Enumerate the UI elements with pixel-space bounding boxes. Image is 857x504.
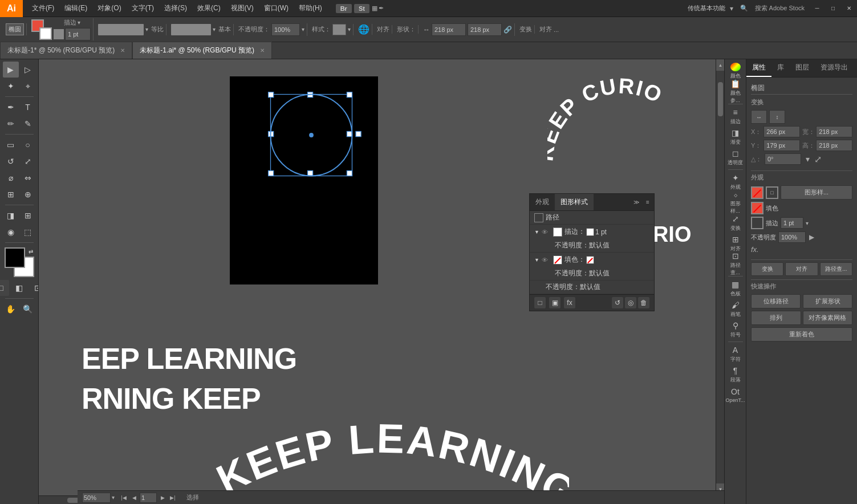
- color-panel-btn[interactable]: 颜色: [727, 63, 744, 80]
- appearance-tab-graphic-styles[interactable]: 图形样式: [555, 194, 594, 210]
- height-input[interactable]: [468, 23, 502, 36]
- arrange-btn[interactable]: 排列: [751, 311, 801, 325]
- graphic-style-btn[interactable]: 图形样...: [781, 185, 852, 200]
- props-tab-library[interactable]: 库: [771, 59, 790, 77]
- menu-file[interactable]: 文件(F): [27, 1, 59, 15]
- last-page-btn[interactable]: ▶|: [168, 493, 177, 502]
- fill-color-swatch[interactable]: [39, 27, 52, 40]
- offset-path-btn[interactable]: 位移路径: [751, 294, 801, 308]
- paragraph-btn[interactable]: ¶ 段落: [727, 366, 744, 383]
- flip-h-btn[interactable]: ↔: [751, 110, 767, 124]
- prev-page-btn[interactable]: ◀: [129, 493, 139, 502]
- flip-v-btn[interactable]: ↕: [769, 110, 785, 124]
- duplicate-style-btn[interactable]: ▣: [549, 297, 560, 308]
- stroke-preset-selector[interactable]: [171, 24, 211, 35]
- rotate-tool[interactable]: ↺: [3, 153, 19, 169]
- next-page-btn[interactable]: ▶: [158, 493, 167, 502]
- magic-wand-tool[interactable]: ✦: [3, 78, 19, 94]
- zoom-tool[interactable]: 🔍: [20, 301, 36, 317]
- panel-menu-btn[interactable]: ≡: [643, 197, 653, 208]
- align2-btn[interactable]: 对齐: [539, 25, 552, 34]
- select-tool[interactable]: ▶: [3, 62, 19, 78]
- opacity-arrow[interactable]: ▾: [302, 26, 304, 32]
- symbols-btn[interactable]: ⚲ 符号: [727, 321, 744, 338]
- tab-2[interactable]: 未标题-1.ai* @ 50% (RGB/GPU 预览) ✕: [132, 42, 272, 59]
- minimize-button[interactable]: ─: [809, 0, 825, 17]
- align-quick-btn[interactable]: 对齐: [785, 262, 818, 276]
- constrain-icon[interactable]: 🔗: [503, 26, 512, 34]
- fx-btn[interactable]: fx: [564, 297, 575, 308]
- transform-btn[interactable]: 变换: [519, 25, 532, 34]
- warp-tool[interactable]: ⌀: [3, 170, 19, 186]
- first-page-btn[interactable]: |◀: [119, 493, 128, 502]
- fill-vis-icon[interactable]: 👁: [542, 257, 551, 263]
- stroke-section-header[interactable]: ▼ 👁 描边： 1 pt: [530, 225, 654, 239]
- expand-shape-btn[interactable]: 扩展形状: [803, 294, 852, 308]
- draw-behind-btn[interactable]: ◧: [11, 280, 27, 296]
- stroke-swatch[interactable]: [751, 217, 763, 229]
- pathfinder-quick-btn[interactable]: 路径查...: [820, 262, 852, 276]
- appearance-panel-btn[interactable]: ✦ 外观: [727, 173, 744, 190]
- style-arrow[interactable]: ▾: [348, 26, 351, 32]
- workspace-label[interactable]: 传统基本功能: [688, 4, 725, 13]
- x-input[interactable]: [763, 126, 800, 137]
- zoom-arrow[interactable]: ▾: [112, 494, 115, 501]
- delete-style-btn[interactable]: 🗑: [638, 297, 649, 308]
- y-input[interactable]: [763, 140, 800, 151]
- text-tool[interactable]: T: [20, 99, 36, 115]
- zoom-input[interactable]: [82, 493, 111, 503]
- stock-btn[interactable]: St: [354, 4, 369, 13]
- align2-more[interactable]: ...: [554, 26, 559, 33]
- pencil-tool[interactable]: ✎: [20, 116, 36, 132]
- new-style-btn[interactable]: □: [534, 297, 546, 308]
- graphic-styles-btn[interactable]: ⬦ 图形样...: [727, 194, 744, 211]
- gradient-panel-btn[interactable]: ◨ 渐变: [727, 128, 744, 145]
- menu-effect[interactable]: 效果(C): [193, 1, 225, 15]
- page-input[interactable]: [140, 493, 157, 503]
- menu-help[interactable]: 帮助(H): [294, 1, 327, 15]
- swap-colors-btn[interactable]: ⇄: [29, 249, 33, 255]
- angle-input[interactable]: [765, 153, 801, 165]
- close-button[interactable]: ✕: [841, 0, 857, 17]
- panel-expand-btn[interactable]: ≫: [631, 197, 641, 208]
- opacity-prop-input[interactable]: [778, 231, 806, 243]
- align-pixel-btn[interactable]: 对齐像素网格: [803, 311, 853, 325]
- lasso-tool[interactable]: ⌖: [20, 78, 36, 94]
- vertical-scrollbar[interactable]: ▲ ▼: [716, 59, 724, 495]
- pathfinder-btn[interactable]: ⊡ 路径查...: [727, 255, 744, 273]
- opacity-expand-btn[interactable]: ▶: [809, 233, 814, 241]
- color-ref-btn[interactable]: 📋 颜色参...: [727, 83, 744, 100]
- appearance-fill-icon[interactable]: [751, 186, 763, 199]
- appearance-tab-appearance[interactable]: 外观: [530, 194, 555, 210]
- stroke-prop-input[interactable]: [781, 217, 803, 229]
- tab-1[interactable]: 未标题-1* @ 50% (RGB/GPU 预览) ✕: [0, 42, 132, 59]
- width-input-props[interactable]: [816, 126, 852, 137]
- props-tab-properties[interactable]: 属性: [746, 59, 771, 77]
- normal-mode-btn[interactable]: □: [0, 280, 9, 296]
- free-transform-tool[interactable]: ⊞: [3, 186, 19, 202]
- tab-2-close[interactable]: ✕: [260, 47, 265, 54]
- stroke-color-box[interactable]: [553, 227, 562, 237]
- character-btn[interactable]: A 字符: [727, 346, 744, 363]
- transform-panel-btn[interactable]: ⤢ 变换: [727, 214, 744, 231]
- swatches-btn[interactable]: ▦ 色板: [727, 280, 744, 297]
- opentype-btn[interactable]: Ot OpenT...: [727, 387, 744, 404]
- angle-arrow[interactable]: ▾: [806, 155, 810, 164]
- brushes-btn[interactable]: 🖌 画笔: [727, 300, 744, 318]
- foreground-color-swatch[interactable]: [5, 247, 25, 268]
- style-swatch[interactable]: [332, 24, 346, 35]
- stroke-width-input[interactable]: [65, 28, 91, 40]
- perspective-tool[interactable]: ⬚: [20, 224, 36, 240]
- direct-select-tool[interactable]: ▷: [20, 62, 36, 78]
- ellipse-tool[interactable]: ○: [20, 137, 36, 153]
- brush-tool[interactable]: ✏: [3, 116, 19, 132]
- menu-view[interactable]: 视图(V): [226, 1, 258, 15]
- hand-tool[interactable]: ✋: [3, 301, 19, 317]
- circle-selection[interactable]: [267, 91, 415, 239]
- height-input-props[interactable]: [816, 140, 852, 151]
- fx-label[interactable]: fx.: [751, 245, 759, 254]
- appearance-stroke-icon[interactable]: □: [766, 186, 778, 199]
- stroke-color-indicator[interactable]: [54, 29, 64, 39]
- fill-color-preview[interactable]: [586, 256, 594, 264]
- menu-type[interactable]: 文字(T): [127, 1, 159, 15]
